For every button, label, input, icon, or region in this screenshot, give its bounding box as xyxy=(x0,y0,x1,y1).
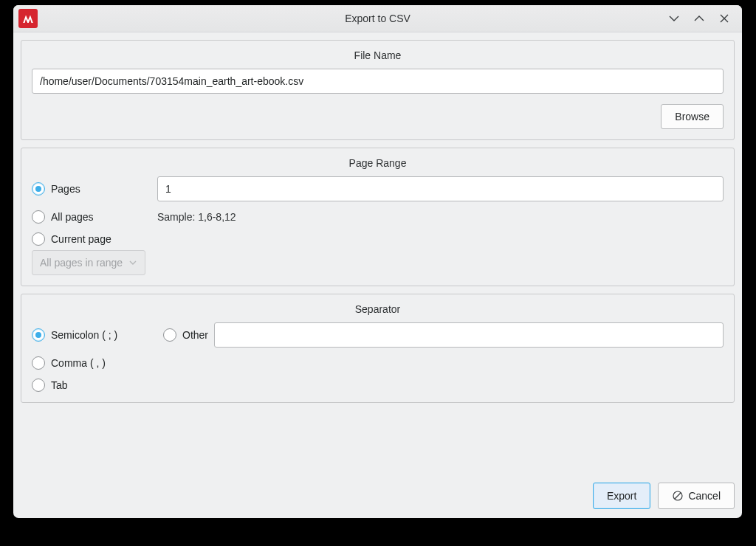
file-name-heading: File Name xyxy=(32,49,724,61)
radio-pages-label: Pages xyxy=(51,183,80,195)
browse-button[interactable]: Browse xyxy=(661,104,724,129)
range-mode-label: All pages in range xyxy=(40,257,123,269)
cancel-button-label: Cancel xyxy=(688,490,721,502)
dialog-window: Export to CSV File Name Browse Page Rang… xyxy=(13,5,742,518)
range-mode-select: All pages in range xyxy=(32,250,145,275)
maximize-icon[interactable] xyxy=(692,11,707,26)
dialog-footer: Export Cancel xyxy=(13,480,742,518)
other-separator-input[interactable] xyxy=(214,322,724,348)
page-range-group: Page Range Pages All pages Sample: 1,6-8… xyxy=(21,148,735,286)
prohibit-icon xyxy=(672,490,684,502)
export-button[interactable]: Export xyxy=(593,483,650,509)
close-icon[interactable] xyxy=(717,11,732,26)
radio-tab[interactable]: Tab xyxy=(32,379,157,392)
radio-dot-icon xyxy=(32,328,45,342)
radio-pages[interactable]: Pages xyxy=(32,182,157,196)
radio-tab-label: Tab xyxy=(51,379,68,391)
radio-all-pages[interactable]: All pages xyxy=(32,210,157,224)
app-icon xyxy=(18,9,38,28)
radio-current-page[interactable]: Current page xyxy=(32,232,157,246)
radio-other-label: Other xyxy=(182,329,208,341)
separator-group: Separator Semicolon ( ; ) Other Comma ( … xyxy=(21,294,735,403)
chevron-down-icon xyxy=(128,258,137,267)
dialog-title: Export to CSV xyxy=(13,13,742,24)
radio-comma-label: Comma ( , ) xyxy=(51,357,106,369)
page-range-heading: Page Range xyxy=(32,157,724,169)
radio-dot-icon xyxy=(32,379,45,392)
radio-dot-icon xyxy=(32,356,45,370)
radio-dot-icon xyxy=(32,182,45,196)
radio-other[interactable]: Other xyxy=(163,328,208,342)
file-name-group: File Name Browse xyxy=(21,40,735,140)
window-controls xyxy=(667,11,742,26)
radio-dot-icon xyxy=(32,210,45,224)
svg-line-1 xyxy=(675,493,681,499)
radio-dot-icon xyxy=(32,232,45,246)
sample-hint: Sample: 1,6-8,12 xyxy=(157,211,724,223)
pages-input[interactable] xyxy=(157,176,724,201)
separator-heading: Separator xyxy=(32,303,724,315)
titlebar: Export to CSV xyxy=(13,5,742,32)
radio-semicolon[interactable]: Semicolon ( ; ) xyxy=(32,328,157,342)
file-path-input[interactable] xyxy=(32,69,724,94)
radio-current-page-label: Current page xyxy=(51,233,111,245)
radio-all-pages-label: All pages xyxy=(51,211,94,223)
radio-dot-icon xyxy=(163,328,176,342)
radio-semicolon-label: Semicolon ( ; ) xyxy=(51,329,117,341)
cancel-button[interactable]: Cancel xyxy=(658,483,735,509)
minimize-icon[interactable] xyxy=(667,11,681,26)
dialog-content: File Name Browse Page Range Pages All pa… xyxy=(13,32,742,480)
radio-comma[interactable]: Comma ( , ) xyxy=(32,356,157,370)
